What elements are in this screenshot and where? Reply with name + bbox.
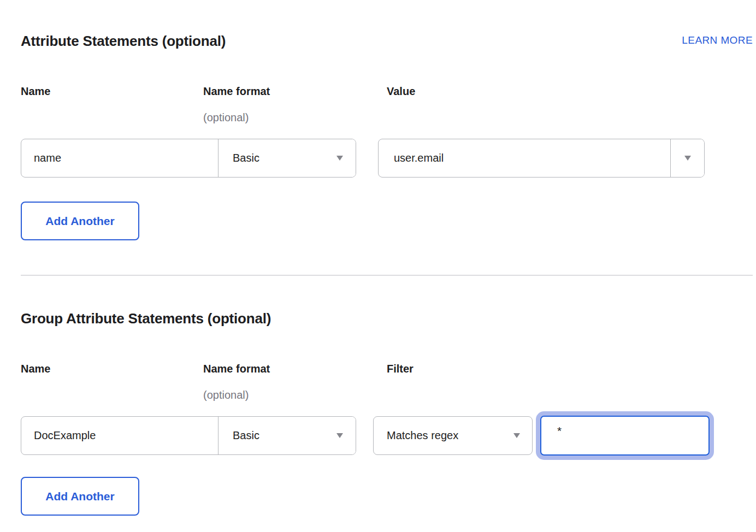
group-name-input[interactable]	[21, 417, 218, 454]
group-attribute-columns: Name Name format (optional) Filter	[21, 362, 753, 416]
filter-column-label: Filter	[387, 362, 753, 375]
attribute-columns: Name Name format (optional) Value	[21, 85, 753, 139]
column-value: Value	[387, 85, 753, 139]
add-another-group-attribute-button[interactable]: Add Another	[21, 477, 139, 516]
attribute-statements-header: Attribute Statements (optional) LEARN MO…	[21, 32, 753, 50]
name-column-label: Name	[21, 85, 203, 98]
group-attribute-statements-title: Group Attribute Statements (optional)	[21, 309, 753, 328]
attribute-value-input[interactable]	[379, 139, 670, 177]
group-name-format-select[interactable]: Basic	[218, 417, 356, 454]
group-name-format-group: Basic	[21, 416, 356, 455]
name-format-column-label: Name format	[203, 85, 387, 98]
chevron-down-icon	[336, 156, 343, 161]
group-name-format-column-label: Name format	[203, 362, 387, 375]
page: Attribute Statements (optional) LEARN MO…	[0, 0, 756, 532]
group-attribute-statement-row: Basic Matches regex	[21, 416, 753, 455]
column-name: Name	[21, 362, 203, 416]
column-filter: Filter	[387, 362, 753, 416]
column-name-format: Name format (optional)	[203, 85, 387, 139]
column-name-format: Name format (optional)	[203, 362, 387, 416]
group-name-column-label: Name	[21, 362, 203, 375]
chevron-down-icon	[684, 156, 691, 161]
chevron-down-icon	[336, 433, 343, 438]
attribute-name-format-selected: Basic	[233, 152, 259, 164]
value-column-label: Value	[387, 85, 753, 98]
filter-type-select[interactable]: Matches regex	[373, 416, 533, 455]
section-divider	[21, 275, 753, 276]
column-name: Name	[21, 85, 203, 139]
filter-value-focus-ring	[540, 416, 710, 456]
attribute-name-format-group: Basic	[21, 139, 356, 178]
learn-more-link[interactable]: LEARN MORE	[682, 34, 753, 46]
attribute-name-format-select[interactable]: Basic	[218, 139, 356, 177]
attribute-value-dropdown-button[interactable]	[671, 139, 704, 177]
attribute-value-group	[378, 139, 705, 178]
attribute-statement-row: Basic	[21, 139, 753, 178]
add-another-attribute-button[interactable]: Add Another	[21, 202, 139, 240]
group-name-format-selected: Basic	[233, 429, 259, 442]
attribute-name-input[interactable]	[21, 139, 218, 177]
attribute-statements-title: Attribute Statements (optional)	[21, 32, 226, 50]
filter-type-selected: Matches regex	[387, 429, 458, 442]
group-name-format-optional-label: (optional)	[203, 388, 387, 401]
chevron-down-icon	[513, 433, 520, 438]
name-format-optional-label: (optional)	[203, 111, 387, 124]
filter-value-input[interactable]	[540, 416, 710, 456]
